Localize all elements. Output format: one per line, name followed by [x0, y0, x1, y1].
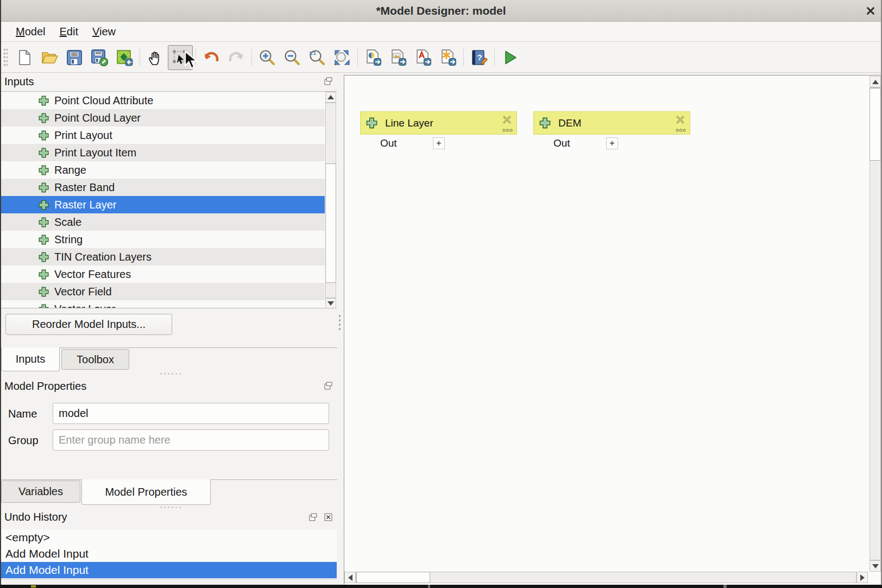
list-item[interactable]: Vector Features — [1, 265, 325, 283]
undo-history-close-button[interactable] — [324, 513, 332, 521]
desktop-strip — [0, 585, 882, 588]
titlebar[interactable]: *Model Designer: model — [0, 0, 882, 22]
model-canvas[interactable] — [344, 75, 882, 585]
menu-edit[interactable]: Edit — [52, 23, 85, 40]
list-scroll-up-button[interactable] — [325, 92, 336, 103]
canvas-scroll-down-button[interactable] — [870, 560, 881, 572]
zoom-actual-label: 1:1 — [309, 50, 316, 56]
save-model-as-button[interactable] — [87, 45, 112, 70]
zoom-full-button[interactable] — [330, 45, 355, 70]
canvas-vscrollbar-thumb[interactable] — [870, 88, 881, 161]
canvas-hscrollbar-thumb[interactable] — [356, 572, 430, 583]
node-comment-dots-icon[interactable] — [502, 128, 513, 132]
inputs-panel-title: Inputs — [4, 75, 34, 88]
list-item[interactable]: Vector Layer — [1, 300, 325, 308]
export-image-button[interactable] — [386, 45, 411, 70]
export-pdf-button[interactable] — [411, 45, 436, 70]
undo-item-selected[interactable]: Add Model Input — [1, 562, 337, 578]
add-input-icon — [38, 269, 49, 280]
panel-splitter-handle[interactable] — [338, 314, 342, 330]
add-input-icon — [38, 165, 49, 176]
undo-button[interactable] — [199, 45, 224, 70]
float-panel-icon — [324, 382, 332, 390]
menubar: Model Edit View — [1, 22, 881, 42]
reorder-model-inputs-button[interactable]: Reorder Model Inputs... — [5, 314, 172, 335]
zoom-in-button[interactable] — [255, 45, 280, 70]
save-in-project-icon — [116, 49, 133, 66]
menu-model[interactable]: Model — [9, 23, 52, 40]
toolbar: 1:1 — [1, 42, 881, 73]
undo-history-float-button[interactable] — [309, 513, 317, 521]
add-input-icon — [38, 251, 49, 263]
splitter-handle[interactable] — [159, 372, 183, 376]
export-svg-button[interactable] — [436, 45, 461, 70]
node-out-label: Out — [553, 137, 570, 149]
list-item[interactable]: Print Layout — [1, 127, 325, 144]
tab-toolbox[interactable]: Toolbox — [61, 349, 129, 370]
model-designer-window: *Model Designer: model Model Edit View — [0, 0, 882, 588]
node-add-link-button[interactable]: + — [606, 137, 618, 149]
model-input-node-dem[interactable]: DEM — [533, 111, 690, 135]
undo-item[interactable]: <empty> — [1, 529, 337, 546]
zoom-actual-button[interactable]: 1:1 — [305, 45, 330, 70]
add-input-icon — [38, 286, 49, 298]
edit-help-icon: ? — [470, 49, 488, 66]
new-model-button[interactable] — [12, 45, 37, 70]
pan-tool-button[interactable] — [143, 45, 168, 70]
edit-help-button[interactable]: ? — [467, 45, 492, 70]
list-item[interactable]: Point Cloud Attribute — [1, 92, 325, 109]
list-item[interactable]: String — [1, 231, 325, 248]
splitter-handle[interactable] — [159, 506, 183, 509]
list-item[interactable]: Range — [1, 161, 325, 179]
toolbar-separator — [463, 49, 464, 66]
canvas-scroll-up-button[interactable] — [870, 76, 881, 87]
menu-view[interactable]: View — [85, 23, 123, 40]
undo-item[interactable]: Add Model Input — [1, 546, 337, 562]
list-item[interactable]: Scale — [1, 213, 325, 231]
model-input-icon — [539, 117, 551, 129]
list-item[interactable]: Vector Field — [1, 283, 325, 300]
group-label: Group — [8, 434, 39, 447]
tab-inputs[interactable]: Inputs — [1, 347, 60, 371]
list-item[interactable]: TIN Creation Layers — [1, 248, 325, 265]
run-model-button[interactable] — [497, 45, 522, 70]
open-model-button[interactable] — [37, 45, 62, 70]
tab-model-properties[interactable]: Model Properties — [81, 479, 211, 505]
save-as-icon — [91, 49, 108, 66]
export-python-button[interactable] — [361, 45, 386, 70]
save-model-in-project-button[interactable] — [112, 45, 137, 70]
model-properties-title: Model Properties — [4, 380, 86, 393]
undo-history-title: Undo History — [4, 511, 67, 523]
inputs-panel-float-button[interactable] — [324, 77, 332, 85]
name-field[interactable] — [53, 403, 329, 424]
node-add-link-button[interactable]: + — [433, 137, 445, 149]
model-properties-float-button[interactable] — [324, 382, 332, 390]
canvas-scroll-right-button[interactable] — [856, 572, 868, 583]
list-scroll-down-button[interactable] — [325, 298, 336, 308]
export-python-icon — [364, 49, 382, 66]
list-item[interactable]: Print Layout Item — [1, 144, 325, 161]
window-close-button[interactable] — [866, 6, 875, 16]
remove-node-icon[interactable] — [675, 115, 685, 125]
export-pdf-icon — [414, 49, 432, 66]
remove-node-icon[interactable] — [502, 115, 512, 125]
save-model-button[interactable] — [62, 45, 87, 70]
list-scrollbar-thumb[interactable] — [325, 163, 336, 283]
add-input-icon — [38, 199, 49, 211]
close-icon — [866, 6, 875, 16]
group-field[interactable] — [53, 429, 329, 451]
toolbar-grip-handle[interactable] — [3, 48, 8, 67]
open-folder-icon — [41, 49, 58, 66]
close-panel-icon — [324, 513, 332, 521]
list-item[interactable]: Raster Band — [1, 179, 325, 196]
zoom-out-button[interactable] — [280, 45, 305, 70]
list-item-selected[interactable]: Raster Layer — [1, 196, 325, 213]
add-input-icon — [38, 217, 49, 228]
model-input-node-line-layer[interactable]: Line Layer — [360, 111, 517, 135]
tab-variables[interactable]: Variables — [1, 480, 80, 503]
canvas-scroll-left-button[interactable] — [344, 572, 356, 583]
svg-text:?: ? — [477, 53, 482, 62]
list-item[interactable]: Point Cloud Layer — [1, 109, 325, 127]
redo-button[interactable] — [224, 45, 249, 70]
node-comment-dots-icon[interactable] — [676, 128, 686, 132]
